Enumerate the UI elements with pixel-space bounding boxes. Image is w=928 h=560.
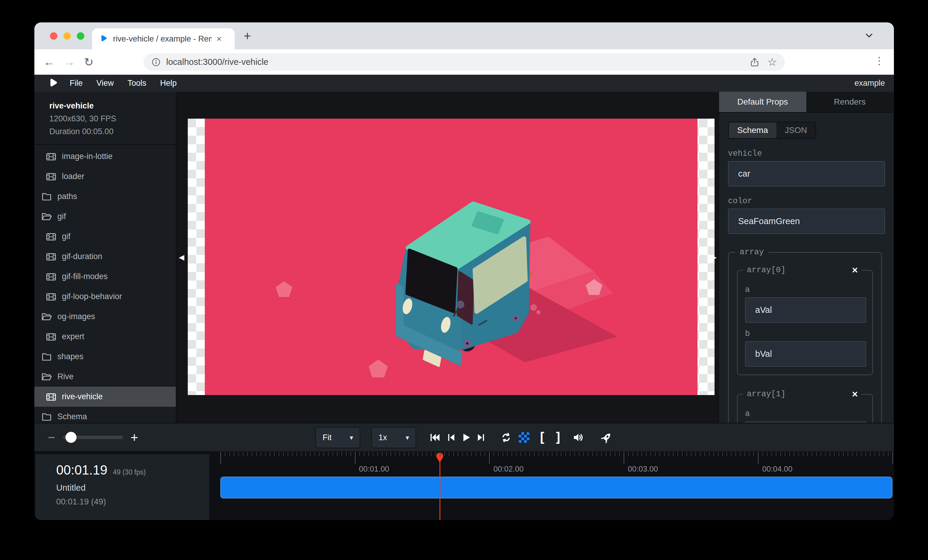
in-point-button[interactable]: [ bbox=[536, 432, 548, 443]
ruler-minor-tick bbox=[812, 452, 812, 456]
remove-array-item-icon[interactable]: × bbox=[852, 388, 858, 400]
ruler-time-label: 00:02.00 bbox=[493, 464, 524, 474]
ruler-minor-tick bbox=[511, 452, 512, 456]
browser-menu-icon[interactable]: ⋮ bbox=[874, 55, 884, 67]
site-info-icon[interactable] bbox=[151, 57, 161, 67]
bookmark-star-icon[interactable]: ☆ bbox=[768, 57, 777, 67]
remove-array-item-icon[interactable]: × bbox=[852, 265, 858, 276]
ruler-minor-tick bbox=[628, 452, 629, 456]
play-button[interactable] bbox=[460, 432, 472, 443]
sidebar-item-gif-duration[interactable]: gif-duration bbox=[34, 247, 176, 266]
mode-schema[interactable]: Schema bbox=[729, 123, 777, 138]
minimize-window-icon[interactable] bbox=[63, 32, 71, 40]
sidebar-item-Rive[interactable]: Rive bbox=[34, 367, 176, 387]
sidebar-item-paths[interactable]: paths bbox=[34, 186, 176, 207]
collapse-right-icon[interactable]: ▶ bbox=[711, 253, 717, 262]
ruler-minor-tick bbox=[382, 452, 382, 456]
ruler-minor-tick bbox=[391, 452, 391, 456]
previous-frame-button[interactable] bbox=[445, 432, 457, 443]
ruler-minor-tick bbox=[570, 452, 571, 456]
menu-tools[interactable]: Tools bbox=[128, 79, 147, 88]
array-field-input-a[interactable]: aVal bbox=[745, 297, 866, 323]
timeline-ruler[interactable]: 00:01.0000:02.0000:03.0000:04.00 bbox=[209, 451, 894, 520]
chevron-down-icon[interactable] bbox=[864, 30, 875, 41]
share-icon[interactable] bbox=[749, 57, 760, 67]
out-point-button[interactable]: ] bbox=[552, 432, 564, 443]
ruler-minor-tick bbox=[444, 452, 445, 456]
loop-toggle-button[interactable] bbox=[500, 432, 512, 443]
ruler-minor-tick bbox=[574, 452, 575, 456]
timeline-track[interactable] bbox=[220, 476, 893, 498]
ruler-minor-tick bbox=[426, 452, 427, 456]
ruler-minor-tick bbox=[485, 452, 485, 456]
menu-view[interactable]: View bbox=[96, 79, 114, 88]
ruler-minor-tick bbox=[807, 452, 808, 456]
mode-json[interactable]: JSON bbox=[777, 123, 816, 138]
speed-select[interactable]: 1x ▾ bbox=[371, 427, 416, 448]
ruler-minor-tick bbox=[516, 452, 517, 456]
sidebar-item-rive-vehicle[interactable]: rive-vehicle bbox=[34, 387, 176, 407]
ruler-minor-tick bbox=[633, 452, 633, 456]
back-icon[interactable]: ← bbox=[43, 56, 55, 68]
ruler-minor-tick bbox=[865, 452, 866, 456]
folder-icon bbox=[41, 191, 52, 202]
sidebar-item-loader[interactable]: loader bbox=[34, 166, 176, 186]
ruler-minor-tick bbox=[435, 452, 436, 456]
menu-file[interactable]: File bbox=[70, 79, 83, 88]
tab-default-props[interactable]: Default Props bbox=[719, 92, 806, 112]
array-field-label-b: b bbox=[745, 329, 872, 338]
sidebar-item-gif[interactable]: gif bbox=[34, 207, 176, 227]
zoom-window-icon[interactable] bbox=[77, 32, 84, 40]
sidebar-item-gif[interactable]: gif bbox=[34, 227, 176, 247]
composition-title: rive-vehicle bbox=[49, 101, 176, 111]
ruler-minor-tick bbox=[722, 452, 723, 456]
ruler-minor-tick bbox=[547, 452, 548, 456]
sidebar-item-gif-loop-behavior[interactable]: gif-loop-behavior bbox=[34, 286, 176, 307]
next-frame-button[interactable] bbox=[475, 432, 487, 443]
sidebar-item-label: image-in-lottie bbox=[62, 152, 113, 161]
ruler-minor-tick bbox=[301, 452, 302, 456]
render-rocket-button[interactable] bbox=[601, 432, 613, 443]
url-text[interactable]: localhost:3000/rive-vehicle bbox=[166, 57, 742, 67]
zoom-out-icon[interactable]: − bbox=[48, 430, 55, 445]
collapse-left-icon[interactable]: ◀ bbox=[179, 253, 184, 262]
sidebar-item-expert[interactable]: expert bbox=[34, 327, 176, 347]
tab-close-icon[interactable]: × bbox=[217, 34, 222, 43]
ruler-minor-tick bbox=[606, 452, 606, 456]
traffic-lights[interactable] bbox=[50, 32, 84, 40]
new-tab-button[interactable]: + bbox=[244, 29, 251, 43]
menu-help[interactable]: Help bbox=[160, 79, 177, 88]
prop-input-color[interactable]: SeaFoamGreen bbox=[728, 208, 885, 234]
zoom-slider[interactable] bbox=[63, 436, 123, 439]
url-bar[interactable]: localhost:3000/rive-vehicle ☆ bbox=[143, 53, 785, 71]
sidebar-item-label: og-images bbox=[57, 312, 95, 321]
sidebar-item-image-in-lottie[interactable]: image-in-lottie bbox=[34, 146, 176, 166]
ruler-minor-tick bbox=[556, 452, 557, 456]
composition-canvas bbox=[188, 119, 714, 395]
transparency-checkerboard-toggle[interactable] bbox=[518, 432, 530, 443]
zoom-in-icon[interactable]: + bbox=[131, 430, 139, 445]
props-fields: vehiclecarcolorSeaFoamGreen bbox=[728, 149, 884, 234]
reload-icon[interactable]: ↻ bbox=[84, 56, 93, 69]
sidebar-item-og-images[interactable]: og-images bbox=[34, 307, 176, 327]
jump-to-start-button[interactable] bbox=[429, 432, 441, 443]
ruler-minor-tick bbox=[422, 452, 423, 456]
ruler-minor-tick bbox=[333, 452, 333, 456]
ruler-minor-tick bbox=[843, 452, 844, 456]
sidebar-item-shapes[interactable]: shapes bbox=[34, 347, 176, 367]
tab-renders[interactable]: Renders bbox=[806, 92, 894, 112]
fit-select[interactable]: Fit ▾ bbox=[315, 427, 360, 448]
zoom-slider-thumb[interactable] bbox=[66, 432, 76, 443]
ruler-minor-tick bbox=[543, 452, 543, 456]
sidebar-item-gif-fill-modes[interactable]: gif-fill-modes bbox=[34, 266, 176, 286]
array-label: array bbox=[736, 248, 768, 257]
close-window-icon[interactable] bbox=[50, 32, 57, 40]
prop-input-vehicle[interactable]: car bbox=[728, 161, 885, 186]
playhead[interactable] bbox=[436, 451, 444, 520]
volume-button[interactable] bbox=[572, 432, 584, 443]
remotion-logo-icon[interactable] bbox=[47, 78, 59, 89]
forward-icon[interactable]: → bbox=[64, 56, 75, 68]
browser-tab[interactable]: rive-vehicle / example - Remoti × bbox=[92, 28, 235, 49]
array-field-input-b[interactable]: bVal bbox=[745, 341, 866, 367]
ruler-minor-tick bbox=[601, 452, 602, 456]
